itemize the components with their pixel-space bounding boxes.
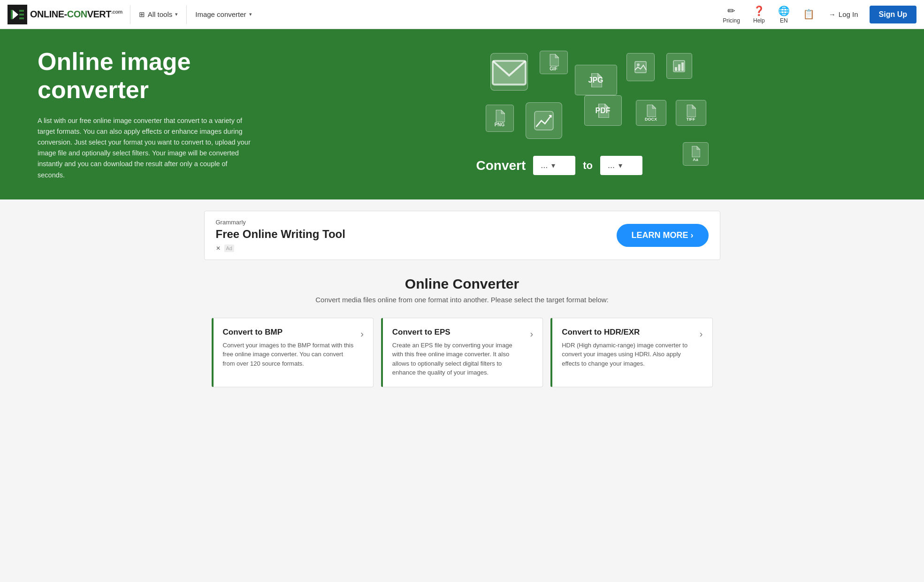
card-bmp-desc: Convert your images to the BMP format wi… [223, 341, 355, 368]
image-converter-chevron: ▾ [249, 11, 252, 17]
svg-rect-10 [675, 67, 677, 71]
help-icon: ❓ [753, 5, 765, 16]
nav-divider-2 [186, 5, 187, 24]
svg-rect-3 [19, 10, 24, 12]
converter-grid: Convert to BMP Convert your images to th… [212, 318, 713, 387]
all-tools-button[interactable]: ⊞ All tools ▾ [132, 7, 185, 23]
card-eps-text: Convert to EPS Create an EPS file by con… [392, 328, 525, 377]
svg-rect-12 [681, 62, 684, 71]
ad-controls: ✕ Ad [216, 245, 607, 252]
grid-icon: ⊞ [139, 10, 145, 19]
chart-file-icon [666, 53, 692, 79]
help-button[interactable]: ❓ Help [748, 2, 771, 27]
all-tools-chevron: ▾ [175, 11, 178, 17]
ad-content: Grammarly Free Online Writing Tool ✕ Ad [216, 219, 607, 252]
svg-point-8 [637, 63, 640, 66]
signup-label: Sign Up [879, 10, 907, 18]
language-label: EN [780, 17, 788, 24]
jpg-file-icon: JPG [575, 65, 617, 95]
svg-rect-5 [19, 17, 24, 19]
tiff-file-icon: TIFF [676, 100, 706, 126]
convert-label: Convert [476, 158, 526, 173]
history-button[interactable]: 📋 [797, 6, 820, 23]
login-label: Log In [839, 10, 858, 18]
login-button[interactable]: → Log In [822, 7, 865, 22]
pricing-button[interactable]: ✏ Pricing [717, 2, 746, 27]
card-eps-title: Convert to EPS [392, 328, 525, 337]
card-hdr-text: Convert to HDR/EXR HDR (High dynamic-ran… [562, 328, 694, 368]
section-title: Online Converter [212, 276, 713, 292]
svg-rect-4 [19, 14, 24, 15]
convert-from-select[interactable]: ... ▾ [533, 156, 575, 175]
login-arrow-icon: → [829, 10, 836, 18]
nav-right: ✏ Pricing ❓ Help 🌐 EN 📋 → Log In Sign Up [717, 2, 916, 27]
svg-rect-1 [11, 10, 13, 19]
converter-card-bmp[interactable]: Convert to BMP Convert your images to th… [212, 318, 374, 387]
all-tools-label: All tools [148, 10, 173, 18]
section-subtitle: Convert media files online from one form… [212, 296, 713, 304]
navbar: ONLINE-CONVERT.com ⊞ All tools ▾ Image c… [0, 0, 924, 29]
logo-text: ONLINE-CONVERT.com [30, 9, 122, 20]
pdf-file-icon: PDF [584, 95, 622, 126]
hero-title: Online image converter [38, 48, 282, 104]
card-hdr-desc: HDR (High dynamic-range) image converter… [562, 341, 694, 368]
signup-button[interactable]: Sign Up [870, 6, 916, 23]
nav-divider-1 [130, 5, 130, 24]
card-eps-arrow-icon: › [530, 329, 533, 339]
hero-right: GIF JPG [282, 48, 896, 180]
logo[interactable]: ONLINE-CONVERT.com [8, 5, 122, 24]
to-label: to [583, 160, 593, 172]
convert-to-dots: ... [608, 161, 615, 170]
ad-banner: Grammarly Free Online Writing Tool ✕ Ad … [204, 211, 720, 260]
main-content: Online Converter Convert media files onl… [204, 271, 720, 406]
convert-to-select[interactable]: ... ▾ [600, 156, 642, 175]
image-file-icon [626, 53, 655, 81]
convert-from-dots: ... [541, 161, 548, 170]
trend-file-icon [526, 102, 562, 139]
pricing-icon: ✏ [727, 5, 735, 16]
ad-close-icon[interactable]: ✕ [216, 245, 221, 252]
pricing-label: Pricing [723, 17, 740, 24]
hero-left: Online image converter A list with our f… [38, 48, 282, 181]
ad-cta-label: LEARN MORE › [632, 230, 694, 240]
convert-bar: Convert ... ▾ to ... ▾ [476, 156, 643, 175]
envelope-file-icon [490, 53, 528, 91]
globe-icon: 🌐 [778, 5, 790, 16]
ad-cta-button[interactable]: LEARN MORE › [617, 224, 709, 247]
card-bmp-text: Convert to BMP Convert your images to th… [223, 328, 355, 368]
image-converter-button[interactable]: Image converter ▾ [189, 7, 258, 22]
gif-file-icon: GIF [540, 51, 568, 74]
svg-rect-13 [535, 112, 553, 130]
card-hdr-arrow-icon: › [700, 329, 703, 339]
hero-section: Online image converter A list with our f… [0, 29, 924, 199]
card-eps-desc: Create an EPS file by converting your im… [392, 341, 525, 377]
svg-rect-11 [678, 64, 680, 71]
card-bmp-title: Convert to BMP [223, 328, 355, 337]
hero-file-icons: GIF JPG [472, 48, 706, 180]
png-file-icon: PNG [486, 105, 514, 132]
ad-brand: Grammarly [216, 219, 607, 226]
ad-title: Free Online Writing Tool [216, 228, 607, 241]
language-button[interactable]: 🌐 EN [772, 2, 795, 27]
converter-card-hdr[interactable]: Convert to HDR/EXR HDR (High dynamic-ran… [550, 318, 712, 387]
docx-file-icon: DOCX [636, 100, 666, 126]
converter-card-eps[interactable]: Convert to EPS Create an EPS file by con… [381, 318, 543, 387]
convert-to-chevron: ▾ [619, 161, 622, 170]
font-file-icon: Aa [683, 142, 709, 166]
card-bmp-arrow-icon: › [360, 329, 364, 339]
card-hdr-title: Convert to HDR/EXR [562, 328, 694, 337]
image-converter-label: Image converter [195, 10, 246, 18]
convert-from-chevron: ▾ [551, 161, 555, 170]
ad-marker: Ad [224, 245, 234, 252]
logo-icon [8, 5, 27, 24]
hero-description: A list with our free online image conver… [38, 115, 253, 181]
history-icon: 📋 [803, 8, 815, 20]
help-label: Help [753, 17, 765, 24]
